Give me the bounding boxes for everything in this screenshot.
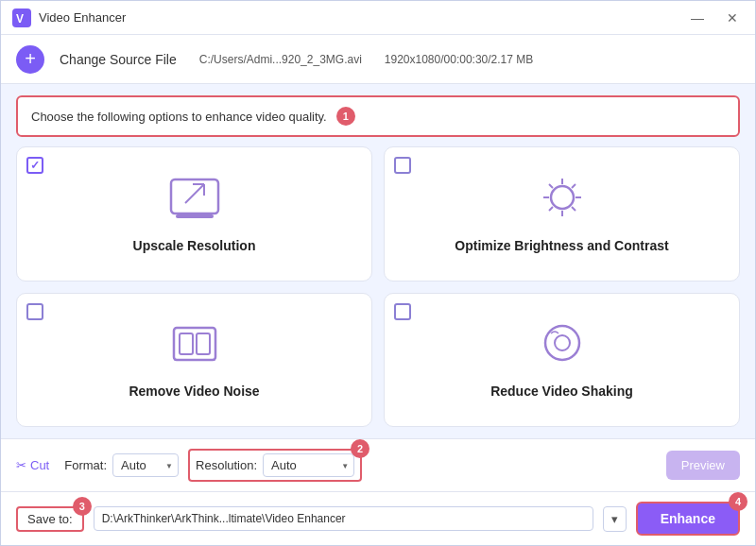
option-shaking[interactable]: Reduce Video Shaking [384,293,740,428]
plus-icon: + [25,48,36,70]
option-noise[interactable]: Remove Video Noise [16,293,372,428]
upscale-label: Upscale Resolution [133,238,256,253]
svg-rect-18 [197,333,210,354]
resolution-label: Resolution: [196,458,257,472]
svg-rect-3 [176,214,214,218]
file-meta: 1920x1080/00:00:30/2.17 MB [385,53,533,66]
close-button[interactable]: ✕ [721,9,744,27]
app-window: V Video Enhancer — ✕ + Change Source Fil… [0,0,756,546]
browse-button[interactable]: ▾ [603,506,627,532]
svg-line-13 [572,207,576,211]
app-logo: V [12,9,31,27]
enhance-label: Enhance [661,511,715,526]
bottom-bars: ✂ Cut Format: Auto MP4 AVI MOV MKV Resol… [1,438,755,545]
svg-line-15 [549,207,553,211]
noise-icon [166,320,223,376]
instruction-box: Choose the following options to enhance … [16,95,740,137]
svg-line-4 [185,184,204,203]
minimize-button[interactable]: — [685,9,710,27]
shaking-label: Reduce Video Shaking [490,384,633,399]
enhance-badge: 4 [729,492,747,511]
brightness-label: Optimize Brightness and Contrast [455,238,668,253]
format-select-wrapper: Auto MP4 AVI MOV MKV [112,453,179,477]
cut-button[interactable]: ✂ Cut [16,458,49,472]
svg-text:V: V [16,12,24,26]
shaking-icon [534,320,591,376]
option-upscale[interactable]: Upscale Resolution [16,146,372,282]
svg-line-12 [549,184,553,188]
svg-point-20 [545,326,579,360]
svg-point-21 [555,335,570,350]
control-bar: ✂ Cut Format: Auto MP4 AVI MOV MKV Resol… [1,438,755,491]
svg-point-7 [551,186,574,209]
svg-line-14 [572,184,576,188]
add-source-button[interactable]: + [16,45,44,74]
noise-checkbox[interactable] [26,303,43,320]
toolbar: + Change Source File C:/Users/Admi...920… [1,35,755,84]
resolution-badge: 2 [351,439,369,458]
file-path: C:/Users/Admi...920_2_3MG.avi [199,53,362,66]
window-title: Video Enhancer [39,10,685,25]
enhance-button[interactable]: Enhance 4 [636,502,740,536]
save-to-label: Save to: 3 [16,506,84,532]
instruction-text: Choose the following options to enhance … [31,110,327,124]
save-path-input[interactable] [94,506,593,531]
svg-rect-17 [180,333,193,354]
window-controls: — ✕ [685,9,744,27]
option-brightness[interactable]: Optimize Brightness and Contrast [384,146,740,282]
save-row: Save to: 3 ▾ Enhance 4 [1,491,755,545]
upscale-icon [166,175,223,230]
resolution-group: Resolution: Auto 854x480 960x540 960x640… [188,449,362,482]
title-bar: V Video Enhancer — ✕ [1,1,755,35]
brightness-checkbox[interactable] [394,157,411,174]
resolution-select-wrapper: Auto 854x480 960x540 960x640 1024x600 12… [263,453,354,477]
main-content: Choose the following options to enhance … [1,84,755,438]
instruction-badge: 1 [336,107,355,126]
resolution-select[interactable]: Auto 854x480 960x540 960x640 1024x600 12… [263,453,354,477]
change-source-label: Change Source File [60,52,177,67]
save-badge: 3 [73,497,92,516]
scissors-icon: ✂ [16,458,26,472]
format-group: Format: Auto MP4 AVI MOV MKV [64,453,179,477]
options-grid: Upscale Resolution [16,146,740,427]
brightness-icon [534,175,591,230]
shaking-checkbox[interactable] [394,303,411,320]
cut-label: Cut [30,458,49,472]
preview-button[interactable]: Preview [666,451,740,480]
noise-label: Remove Video Noise [129,384,259,399]
upscale-checkbox[interactable] [26,157,43,174]
format-label: Format: [64,458,107,472]
format-select[interactable]: Auto MP4 AVI MOV MKV [112,453,179,477]
